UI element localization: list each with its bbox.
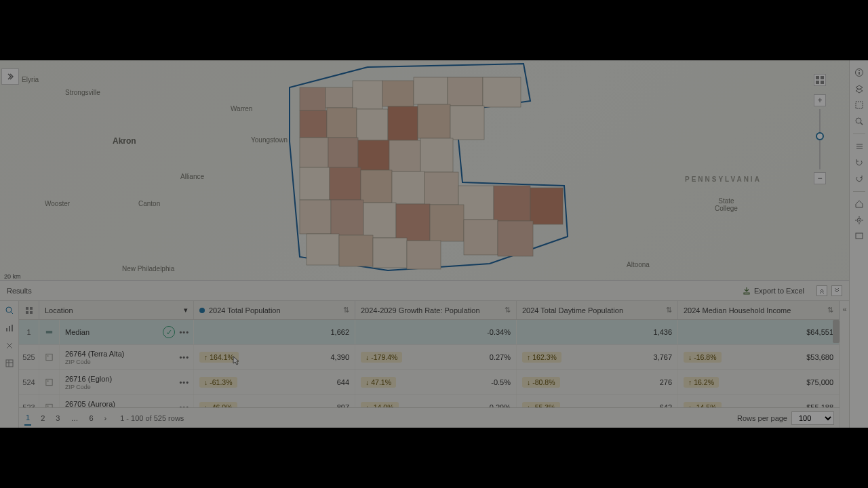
cell-location: Median✓•••: [60, 320, 194, 344]
scrollbar-thumb[interactable]: [833, 320, 840, 343]
list-icon[interactable]: [852, 140, 866, 153]
row-actions-button[interactable]: •••: [179, 328, 189, 336]
map-label: Canton: [138, 200, 160, 207]
results-title: Results: [7, 287, 32, 295]
page-next-button[interactable]: ›: [103, 411, 108, 425]
cell-value: -16.8%$53,680: [678, 345, 840, 369]
column-header-population[interactable]: 2024 Total Population ⇅: [194, 301, 355, 319]
svg-rect-61: [12, 325, 13, 331]
panel-expand-button[interactable]: [831, 285, 842, 296]
svg-rect-35: [373, 238, 407, 268]
svg-line-58: [11, 312, 13, 314]
cell-value: -14.5%$55,188: [678, 395, 840, 407]
svg-rect-8: [327, 108, 357, 138]
page-button[interactable]: 6: [87, 411, 94, 425]
svg-point-45: [856, 118, 861, 123]
grid-tab-filter-icon[interactable]: [4, 305, 15, 316]
cell-value: 164.1%4,390: [194, 345, 355, 369]
svg-rect-2: [353, 81, 382, 109]
row-actions-button[interactable]: •••: [179, 353, 189, 361]
layers-icon[interactable]: [852, 82, 866, 96]
row-index: 1: [19, 320, 39, 344]
page-button[interactable]: 3: [54, 411, 61, 425]
search-icon[interactable]: [852, 115, 866, 128]
row-index: 524: [19, 370, 39, 394]
svg-rect-10: [388, 106, 418, 140]
grid-tab-chart-icon[interactable]: [4, 323, 15, 333]
row-select-check-icon[interactable]: ✓: [163, 326, 175, 338]
select-tool-icon[interactable]: [852, 98, 866, 112]
column-options-icon[interactable]: [19, 301, 39, 319]
sort-icon[interactable]: ⇅: [343, 306, 349, 314]
map-label: Wooster: [45, 200, 70, 207]
table-row[interactable]: 52526764 (Terra Alta)ZIP Code•••164.1%4,…: [19, 345, 840, 370]
svg-rect-70: [46, 354, 52, 360]
table-row[interactable]: 1Median✓•••1,662-0.34%1,436$64,551: [19, 320, 840, 345]
basemap-gallery-button[interactable]: [814, 74, 826, 86]
row-actions-button[interactable]: •••: [179, 378, 189, 386]
sort-icon[interactable]: ⇅: [666, 306, 672, 314]
svg-rect-0: [300, 87, 326, 110]
svg-rect-24: [494, 186, 530, 221]
redo-icon[interactable]: [852, 172, 866, 186]
svg-rect-34: [339, 235, 373, 266]
export-to-excel-button[interactable]: Export to Excel: [738, 285, 808, 297]
cell-value: -14.0%-0.29%: [355, 395, 517, 407]
undo-icon[interactable]: [852, 156, 866, 169]
sort-icon[interactable]: ⇅: [505, 306, 511, 314]
grid-header-row: Location ▾ 2024 Total Population ⇅ 2024-…: [19, 301, 840, 320]
column-header-income[interactable]: 2024 Median Household Income ⇅: [678, 301, 840, 319]
map-label: Strongsville: [65, 89, 100, 96]
svg-rect-7: [300, 110, 327, 138]
cell-value: 1,662: [194, 320, 355, 344]
fullscreen-icon[interactable]: [852, 230, 866, 243]
grid-tab-table-icon[interactable]: [4, 358, 15, 369]
cell-location: 26716 (Eglon)ZIP Code•••: [60, 370, 194, 394]
svg-rect-21: [392, 171, 425, 204]
cell-value: 16.2%$75,000: [678, 370, 840, 394]
svg-rect-28: [363, 203, 396, 238]
row-type-icon: [39, 320, 60, 344]
svg-rect-29: [396, 204, 430, 241]
column-header-growth[interactable]: 2024-2029 Growth Rate: Population ⇅: [355, 301, 517, 319]
zoom-slider[interactable]: + −: [814, 94, 826, 184]
svg-rect-3: [382, 81, 414, 106]
grid-tab-compare-icon[interactable]: [4, 340, 15, 351]
table-row[interactable]: 52326705 (Aurora)ZIP Code•••-46.0%897-14…: [19, 395, 840, 407]
sort-icon[interactable]: ⇅: [827, 306, 833, 314]
zoom-in-button[interactable]: +: [814, 94, 826, 106]
svg-rect-69: [46, 331, 52, 333]
info-tool-icon[interactable]: [852, 66, 866, 79]
zoom-out-button[interactable]: −: [814, 172, 826, 184]
svg-rect-27: [331, 200, 363, 235]
expand-left-panel-button[interactable]: [1, 68, 19, 85]
cell-value: -46.0%897: [194, 395, 355, 407]
home-extent-icon[interactable]: [852, 197, 866, 211]
table-row[interactable]: 52426716 (Eglon)ZIP Code•••-61.3%64447.1…: [19, 370, 840, 395]
svg-rect-17: [420, 138, 453, 172]
column-header-location[interactable]: Location ▾: [39, 301, 194, 319]
svg-rect-67: [26, 311, 28, 314]
map-label: Altoona: [627, 261, 650, 268]
svg-rect-66: [30, 307, 33, 310]
grid-body[interactable]: 1Median✓•••1,662-0.34%1,436$64,551525267…: [19, 320, 840, 407]
pagination: 123…6›: [24, 411, 108, 426]
chevron-down-icon[interactable]: ▾: [184, 306, 188, 314]
cell-value: -0.34%: [355, 320, 517, 344]
svg-point-51: [859, 220, 860, 221]
grid-right-collapse-button[interactable]: «: [840, 301, 849, 428]
grid-view-tabs: [0, 301, 19, 428]
rows-per-page-label: Rows per page: [737, 414, 787, 422]
cell-value: 47.1%-0.5%: [355, 370, 517, 394]
page-button[interactable]: 1: [24, 411, 31, 426]
row-index: 525: [19, 345, 39, 369]
locate-icon[interactable]: [852, 214, 866, 227]
column-header-daytime-pop[interactable]: 2024 Total Daytime Population ⇅: [517, 301, 678, 319]
cell-location: 26705 (Aurora)ZIP Code•••: [60, 395, 194, 407]
zoom-handle[interactable]: [816, 132, 824, 140]
panel-collapse-button[interactable]: [816, 285, 827, 296]
row-actions-button[interactable]: •••: [179, 403, 189, 407]
svg-rect-32: [498, 221, 533, 256]
page-button[interactable]: 2: [39, 411, 46, 425]
rows-per-page-select[interactable]: 100: [791, 411, 834, 425]
